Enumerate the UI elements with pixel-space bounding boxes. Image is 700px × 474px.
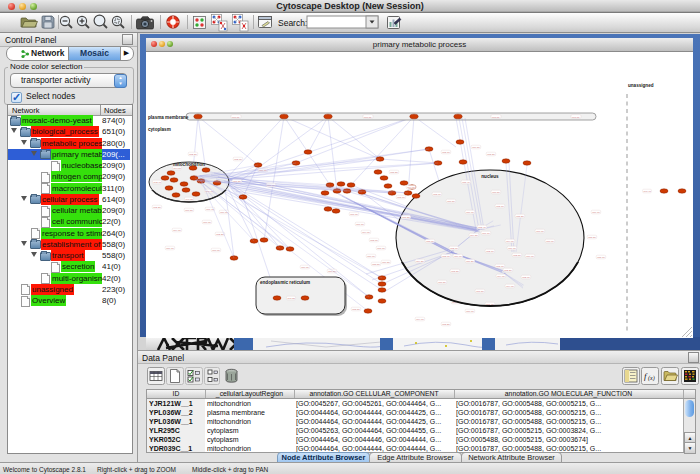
svg-text:rpl6-6a: rpl6-6a: [526, 255, 534, 258]
svg-text:rpl0-1a: rpl0-1a: [232, 116, 240, 119]
svg-text:rpl3-8a: rpl3-8a: [370, 239, 378, 242]
svg-text:rpl2-4a: rpl2-4a: [154, 181, 162, 184]
svg-text:rpl1-0a: rpl1-0a: [350, 213, 358, 216]
svg-text:rpl0-2a: rpl0-2a: [466, 260, 474, 263]
svg-text:rpl6-7a: rpl6-7a: [166, 247, 174, 250]
svg-text:rpl3-5a: rpl3-5a: [352, 308, 360, 311]
svg-text:rpl2-7a: rpl2-7a: [450, 247, 458, 250]
svg-text:plasma membrane: plasma membrane: [148, 115, 189, 120]
svg-text:rpl6-7a: rpl6-7a: [508, 247, 516, 250]
svg-text:rpl4-8a: rpl4-8a: [497, 275, 505, 278]
svg-text:rpl0-7a: rpl0-7a: [466, 211, 474, 214]
svg-text:rpl0-6a: rpl0-6a: [367, 255, 375, 258]
svg-text:rpl7-1a: rpl7-1a: [572, 116, 580, 119]
svg-text:rpl7-8a: rpl7-8a: [536, 230, 544, 233]
svg-text:rpl8-5a: rpl8-5a: [447, 200, 455, 203]
svg-text:rpl3-1a: rpl3-1a: [496, 205, 504, 208]
svg-text:rpl6-6a: rpl6-6a: [454, 255, 462, 258]
svg-text:rpl3-1a: rpl3-1a: [397, 196, 405, 199]
svg-text:rpl5-5a: rpl5-5a: [588, 236, 596, 239]
svg-text:(x): (x): [648, 375, 655, 382]
svg-text:rpl8-3a: rpl8-3a: [402, 216, 410, 219]
svg-text:rpl2-8a: rpl2-8a: [234, 158, 242, 161]
svg-text:rpl4-0a: rpl4-0a: [407, 186, 415, 189]
svg-text:rpl4-8a: rpl4-8a: [174, 167, 182, 170]
svg-text:rpl5-7a: rpl5-7a: [597, 256, 605, 259]
svg-text:rpl2-5a: rpl2-5a: [513, 254, 521, 257]
svg-text:rpl4-0a: rpl4-0a: [506, 285, 514, 288]
svg-text:rpl6-5a: rpl6-5a: [472, 146, 480, 149]
svg-text:rpl2-2a: rpl2-2a: [504, 269, 512, 272]
svg-text:rpl4-2a: rpl4-2a: [416, 260, 424, 263]
svg-text:rpl3-2a: rpl3-2a: [442, 323, 450, 326]
svg-text:rpl3-4a: rpl3-4a: [478, 226, 486, 229]
svg-text:rpl3-7a: rpl3-7a: [496, 265, 504, 268]
svg-text:rpl6-4a: rpl6-4a: [644, 190, 652, 193]
svg-text:rpl7-8a: rpl7-8a: [203, 221, 211, 224]
svg-text:rpl3-6a: rpl3-6a: [442, 255, 450, 258]
svg-text:unassigned: unassigned: [628, 83, 654, 88]
svg-text:rpl8-5a: rpl8-5a: [438, 281, 446, 284]
svg-text:rpl7-3a: rpl7-3a: [186, 198, 194, 201]
svg-text:rpl2-0a: rpl2-0a: [522, 276, 530, 279]
svg-text:rpl2-3a: rpl2-3a: [189, 153, 197, 156]
svg-text:rpl7-1a: rpl7-1a: [356, 223, 364, 226]
svg-text:rpl7-5a: rpl7-5a: [185, 209, 193, 212]
svg-text:nucleus: nucleus: [481, 174, 499, 179]
svg-text:rpl7-1a: rpl7-1a: [482, 232, 490, 235]
svg-text:rpl2-2a: rpl2-2a: [216, 233, 224, 236]
svg-text:rpl5-0a: rpl5-0a: [426, 240, 434, 243]
svg-text:rpl4-6a: rpl4-6a: [416, 318, 424, 321]
svg-text:rpl5-4a: rpl5-4a: [462, 181, 470, 184]
svg-text:rpl6-8a: rpl6-8a: [301, 266, 309, 269]
svg-text:rpl6-7a: rpl6-7a: [220, 211, 228, 214]
svg-text:rpl1-5a: rpl1-5a: [476, 290, 484, 293]
svg-text:rpl1-3a: rpl1-3a: [288, 297, 296, 300]
svg-text:rpl8-1a: rpl8-1a: [492, 116, 500, 119]
svg-text:rpl5-2a: rpl5-2a: [516, 215, 524, 218]
svg-text:rpl5-5a: rpl5-5a: [372, 263, 380, 266]
svg-text:rpl7-0a: rpl7-0a: [212, 249, 220, 252]
svg-text:Search:: Search:: [278, 18, 307, 28]
svg-text:rpl3-1a: rpl3-1a: [442, 151, 450, 154]
svg-text:mitochondrion: mitochondrion: [173, 162, 205, 167]
svg-text:cytoplasm: cytoplasm: [148, 127, 171, 132]
svg-text:rpl4-7a: rpl4-7a: [173, 229, 181, 232]
svg-text:rpl5-3a: rpl5-3a: [390, 171, 398, 174]
svg-text:rpl4-3a: rpl4-3a: [470, 234, 478, 237]
svg-text:endoplasmic reticulum: endoplasmic reticulum: [260, 280, 310, 285]
svg-text:rpl8-0a: rpl8-0a: [546, 240, 554, 243]
svg-text:rpl0-7a: rpl0-7a: [466, 310, 474, 313]
svg-text:rpl0-7a: rpl0-7a: [592, 211, 600, 214]
svg-text:rpl3-3a: rpl3-3a: [451, 270, 459, 273]
svg-text:rpl4-0a: rpl4-0a: [362, 231, 370, 234]
svg-text:rpl2-2a: rpl2-2a: [153, 206, 161, 209]
svg-text:rpl3-7a: rpl3-7a: [433, 193, 441, 196]
svg-text:rpl2-1a: rpl2-1a: [486, 250, 494, 253]
svg-text:rpl8-5a: rpl8-5a: [492, 191, 500, 194]
svg-text:rpl3-3a: rpl3-3a: [487, 153, 495, 156]
svg-text:rpl1-7a: rpl1-7a: [377, 247, 385, 250]
svg-text:rpl6-1a: rpl6-1a: [364, 116, 372, 119]
svg-text:rpl4-0a: rpl4-0a: [506, 240, 514, 243]
svg-text:rpl6-3a: rpl6-3a: [382, 261, 390, 264]
